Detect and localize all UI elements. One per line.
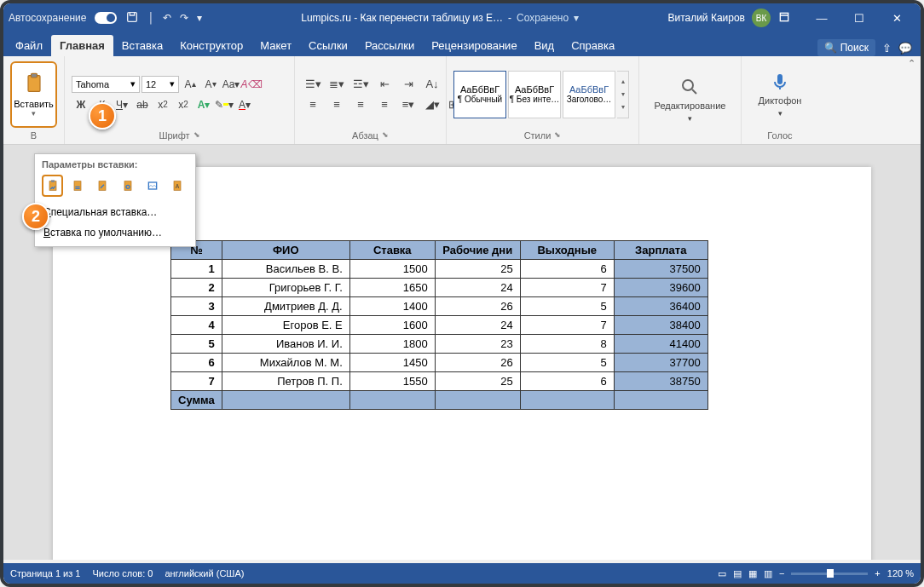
table-header-row: № ФИО Ставка Рабочие дни Выходные Зарпла… <box>171 241 708 260</box>
status-page[interactable]: Страница 1 из 1 <box>10 568 80 578</box>
zoom-out-icon[interactable]: − <box>779 568 784 578</box>
close-button[interactable]: ✕ <box>878 3 915 32</box>
zoom-in-icon[interactable]: + <box>875 568 880 578</box>
qat-customize-icon[interactable]: ▾ <box>197 12 202 24</box>
table-row: 5Иванов И. И.180023841400 <box>171 335 708 354</box>
table-row: 6Михайлов М. М.145026537700 <box>171 354 708 372</box>
underline-icon[interactable]: Ч▾ <box>113 96 131 113</box>
read-mode-icon[interactable]: ▤ <box>733 568 742 579</box>
styles-dialog-launcher-icon[interactable]: ⬊ <box>554 130 561 141</box>
redo-icon[interactable]: ↷ <box>180 12 188 24</box>
comments-icon[interactable]: 💬 <box>898 42 912 55</box>
title-bar: Автосохранение │ ↶ ↷ ▾ Lumpics.ru - Как … <box>3 3 921 32</box>
font-dialog-launcher-icon[interactable]: ⬊ <box>193 130 200 141</box>
autosave-toggle[interactable] <box>95 12 117 24</box>
styles-gallery[interactable]: АаБбВвГ¶ Обычный АаБбВвГ¶ Без инте… АаБб… <box>453 71 629 118</box>
chevron-down-icon: ▾ <box>32 109 36 118</box>
paste-link-dest-icon[interactable] <box>117 175 138 197</box>
style-normal[interactable]: АаБбВвГ¶ Обычный <box>453 71 506 118</box>
paste-button[interactable]: Вставить ▾ <box>10 61 57 128</box>
strikethrough-icon[interactable]: ab <box>133 96 152 113</box>
status-words[interactable]: Число слов: 0 <box>92 568 153 578</box>
table-row: 4Егоров Е. Е160024738400 <box>171 316 708 335</box>
multilevel-icon[interactable]: ☲▾ <box>349 76 372 93</box>
tab-file[interactable]: Файл <box>7 35 51 56</box>
increase-indent-icon[interactable]: ⇥ <box>397 76 419 93</box>
maximize-button[interactable]: ☐ <box>840 3 878 32</box>
table-row: 2Григорьев Г. Г.165024739600 <box>171 279 708 297</box>
avatar[interactable]: ВК <box>752 9 771 27</box>
align-right-icon[interactable]: ≡ <box>349 96 372 113</box>
change-case-icon[interactable]: Aa▾ <box>222 76 240 93</box>
shrink-font-icon[interactable]: A▾ <box>201 76 220 93</box>
save-status: Сохранено <box>517 12 569 24</box>
th-days: Рабочие дни <box>435 241 520 260</box>
zoom-level[interactable]: 120 % <box>887 568 914 578</box>
paste-keep-source-icon[interactable] <box>42 175 63 197</box>
styles-group-label: Стили <box>524 130 552 141</box>
tab-home[interactable]: Главная <box>51 35 113 56</box>
paste-text-only-icon[interactable]: A <box>167 175 188 197</box>
editing-button[interactable]: Редактирование ▾ <box>650 73 731 126</box>
highlight-icon[interactable]: ✎▾ <box>215 96 234 113</box>
sort-icon[interactable]: A↓ <box>421 76 443 93</box>
font-color-icon[interactable]: A▾ <box>235 96 254 113</box>
numbering-icon[interactable]: ≣▾ <box>326 76 348 93</box>
focus-mode-icon[interactable]: ▭ <box>718 568 726 579</box>
tab-design[interactable]: Конструктор <box>171 35 251 56</box>
bold-icon[interactable]: Ж <box>72 96 90 113</box>
shading-icon[interactable]: ◢▾ <box>421 96 443 113</box>
justify-icon[interactable]: ≡ <box>373 96 396 113</box>
table-row: 3Дмитриев Д. Д.140026536400 <box>171 297 708 316</box>
tab-view[interactable]: Вид <box>526 35 563 56</box>
collapse-ribbon-icon[interactable]: ⌃ <box>908 58 915 69</box>
ribbon-tabs: Файл Главная Вставка Конструктор Макет С… <box>3 32 921 56</box>
status-language[interactable]: английский (США) <box>165 568 244 578</box>
tab-references[interactable]: Ссылки <box>300 35 356 56</box>
undo-icon[interactable]: ↶ <box>163 12 171 24</box>
decrease-indent-icon[interactable]: ⇤ <box>373 76 396 93</box>
data-table: № ФИО Ставка Рабочие дни Выходные Зарпла… <box>170 240 708 410</box>
paste-default-item[interactable]: ВВставка по умолчанию…ставка по умолчани… <box>35 222 195 243</box>
qat-divider: │ <box>147 12 154 24</box>
share-icon[interactable]: ⇧ <box>882 42 892 55</box>
clear-formatting-icon[interactable]: A⌫ <box>242 76 261 93</box>
save-icon[interactable] <box>125 10 139 26</box>
print-layout-icon[interactable]: ▦ <box>748 568 757 579</box>
paste-options-menu: Параметры вставки: A ССпециальная вставк… <box>34 153 196 247</box>
style-nospacing[interactable]: АаБбВвГ¶ Без инте… <box>508 71 561 118</box>
web-layout-icon[interactable]: ▥ <box>764 568 772 579</box>
style-heading1[interactable]: АаБбВвГЗаголово… <box>563 71 615 118</box>
align-center-icon[interactable]: ≡ <box>326 96 348 113</box>
subscript-icon[interactable]: x2 <box>153 96 172 113</box>
styles-more-icon[interactable]: ▴▾▾ <box>617 71 629 118</box>
paragraph-dialog-launcher-icon[interactable]: ⬊ <box>382 130 389 141</box>
paste-picture-icon[interactable] <box>141 175 163 197</box>
tab-mailings[interactable]: Рассылки <box>356 35 423 56</box>
bullets-icon[interactable]: ☰▾ <box>302 76 324 93</box>
tab-review[interactable]: Рецензирование <box>423 35 525 56</box>
line-spacing-icon[interactable]: ≡▾ <box>397 96 419 113</box>
minimize-button[interactable]: — <box>803 3 840 32</box>
tab-layout[interactable]: Макет <box>251 35 300 56</box>
paste-special-item[interactable]: ССпециальная вставка…пециальная вставка… <box>35 202 195 222</box>
font-name-combo[interactable]: Tahoma▾ <box>72 76 140 93</box>
svg-rect-1 <box>780 13 788 20</box>
paste-link-source-icon[interactable] <box>92 175 113 197</box>
zoom-slider[interactable] <box>791 573 868 575</box>
tab-help[interactable]: Справка <box>563 35 623 56</box>
th-fio: ФИО <box>222 241 349 260</box>
table-sum-row: Сумма <box>171 391 708 410</box>
superscript-icon[interactable]: x2 <box>174 96 193 113</box>
text-effects-icon[interactable]: A▾ <box>194 96 213 113</box>
svg-rect-7 <box>51 180 55 182</box>
font-size-combo[interactable]: 12▾ <box>141 76 179 93</box>
svg-text:A: A <box>176 183 180 189</box>
paste-use-dest-styles-icon[interactable] <box>66 175 88 197</box>
grow-font-icon[interactable]: A▴ <box>181 76 199 93</box>
ribbon-options-icon[interactable] <box>777 10 791 26</box>
align-left-icon[interactable]: ≡ <box>302 96 324 113</box>
search-box[interactable]: 🔍 Поиск <box>817 39 875 56</box>
dictate-button[interactable]: Диктофон ▾ <box>754 68 807 121</box>
tab-insert[interactable]: Вставка <box>113 35 171 56</box>
